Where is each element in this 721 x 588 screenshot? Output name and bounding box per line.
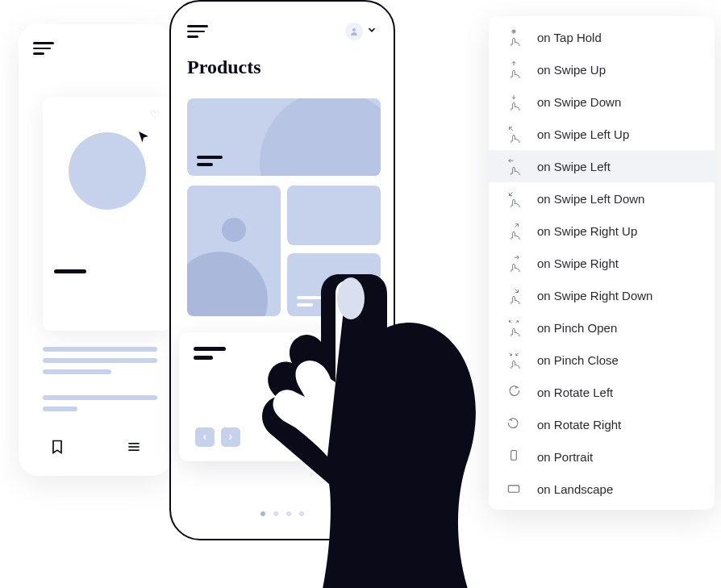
product-tile[interactable] (187, 98, 381, 176)
pinch-open-icon (505, 319, 523, 336)
gesture-item-swipe-up[interactable]: on Swipe Up (489, 53, 715, 85)
gesture-item-pinch-close[interactable]: on Pinch Close (489, 344, 715, 376)
gesture-item-label: on Swipe Right Up (537, 224, 637, 238)
gesture-item-rotate-right[interactable]: on Rotate Right (489, 408, 715, 440)
gesture-item-swipe-left[interactable]: on Swipe Left (489, 150, 715, 182)
gesture-item-label: on Swipe Right Down (537, 289, 652, 302)
gesture-item-label: on Swipe Up (537, 63, 606, 77)
tap-hold-icon (505, 28, 523, 46)
gesture-item-label: on Rotate Right (537, 418, 621, 432)
gesture-item-label: on Swipe Down (537, 95, 621, 109)
svg-point-6 (513, 31, 514, 31)
gesture-item-label: on Rotate Left (537, 386, 613, 399)
user-icon (345, 23, 363, 40)
gesture-item-pinch-open[interactable]: on Pinch Open (489, 311, 715, 344)
bookmark-icon[interactable] (49, 439, 65, 458)
gesture-item-label: on Swipe Right (537, 256, 619, 270)
play-icon[interactable] (327, 352, 350, 377)
swipe-left-icon (505, 157, 523, 175)
swipe-right-down-icon (505, 286, 523, 304)
gesture-item-label: on Swipe Left (537, 160, 611, 173)
profile-dropdown[interactable] (345, 23, 377, 40)
chevron-down-icon (366, 24, 377, 39)
product-card[interactable]: ♡ (43, 97, 172, 331)
list-icon[interactable] (126, 439, 142, 458)
cursor-icon (136, 129, 151, 147)
portrait-icon (505, 448, 523, 465)
gesture-item-label: on Landscape (537, 482, 613, 496)
cursor-icon (347, 358, 358, 373)
swipe-right-icon (505, 254, 523, 272)
gesture-menu: on Tap Holdon Swipe Upon Swipe Downon Sw… (489, 16, 715, 510)
swipe-down-icon (505, 93, 523, 111)
gesture-item-swipe-right[interactable]: on Swipe Right (489, 247, 715, 279)
gesture-item-label: on Portrait (537, 450, 593, 464)
product-tile[interactable] (187, 186, 281, 316)
swipe-up-icon (505, 60, 523, 78)
gesture-item-swipe-right-up[interactable]: on Swipe Right Up (489, 215, 715, 247)
menu-icon[interactable] (33, 42, 54, 55)
gesture-item-swipe-left-up[interactable]: on Swipe Left Up (489, 118, 715, 150)
gesture-item-label: on Pinch Open (537, 321, 617, 335)
gesture-item-label: on Tap Hold (537, 31, 602, 44)
prev-button[interactable] (195, 427, 215, 447)
svg-rect-8 (508, 486, 519, 492)
page-title: Products (187, 56, 377, 78)
gesture-item-landscape[interactable]: on Landscape (489, 473, 715, 505)
gesture-item-swipe-right-down[interactable]: on Swipe Right Down (489, 279, 715, 311)
rotate-left-icon (505, 383, 523, 401)
landscape-icon (505, 480, 523, 498)
phone-mockup-front: Products (169, 0, 395, 540)
swipe-left-up-icon (505, 125, 523, 143)
gesture-item-portrait[interactable]: on Portrait (489, 440, 715, 473)
gesture-item-rotate-left[interactable]: on Rotate Left (489, 376, 715, 408)
gesture-item-tap-hold[interactable]: on Tap Hold (489, 21, 715, 53)
swipe-left-down-icon (505, 190, 523, 207)
product-tile[interactable] (287, 186, 381, 245)
list-placeholder (43, 347, 157, 418)
swipe-right-up-icon (505, 222, 523, 240)
gesture-item-label: on Swipe Left Up (537, 127, 629, 141)
gesture-item-label: on Pinch Close (537, 353, 619, 367)
carousel-card (179, 332, 386, 461)
svg-rect-7 (511, 451, 517, 461)
gesture-item-swipe-down[interactable]: on Swipe Down (489, 85, 715, 118)
heart-icon[interactable]: ♡ (150, 108, 160, 121)
gesture-item-swipe-left-down[interactable]: on Swipe Left Down (489, 182, 715, 215)
phone-mockup-back: ♡ (19, 24, 172, 476)
product-image-placeholder (69, 132, 146, 210)
page-indicator (260, 511, 304, 516)
gesture-item-label: on Swipe Left Down (537, 192, 644, 206)
next-button[interactable] (221, 427, 240, 447)
rotate-right-icon (505, 415, 523, 433)
product-tile[interactable] (287, 253, 381, 316)
pinch-close-icon (505, 351, 523, 369)
svg-point-3 (352, 28, 356, 31)
text-placeholder (54, 269, 86, 273)
menu-icon[interactable] (187, 25, 208, 38)
